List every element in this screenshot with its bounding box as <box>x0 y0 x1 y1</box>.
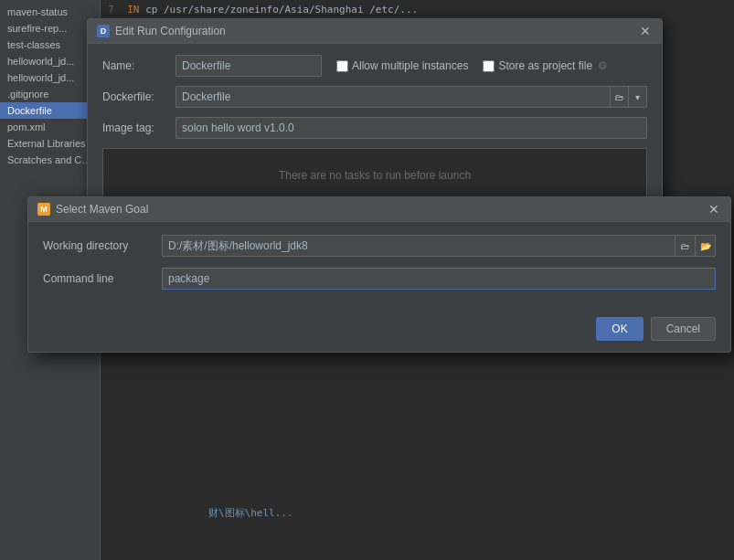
sidebar-item-pom[interactable]: pom.xml <box>0 119 100 135</box>
maven-title: M Select Maven Goal <box>37 203 148 216</box>
working-dir-folder-open-btn[interactable]: 📂 <box>695 236 715 256</box>
maven-footer: OK Cancel <box>28 310 730 352</box>
dockerfile-chevron-btn[interactable]: ▾ <box>628 87 646 107</box>
working-dir-folder-btn[interactable]: 🗁 <box>675 236 695 256</box>
dockerfile-input[interactable] <box>176 88 610 106</box>
dockerfile-select-wrapper: 🗁 ▾ <box>176 86 647 108</box>
working-dir-input[interactable] <box>163 237 675 255</box>
sidebar-item-dockerfile[interactable]: Dockerfile <box>0 102 100 119</box>
tasks-empty-area: There are no tasks to run before launch <box>102 148 647 203</box>
name-label: Name: <box>102 59 176 72</box>
allow-multiple-label[interactable]: Allow multiple instances <box>336 59 468 72</box>
imagetag-label: Image tag: <box>102 122 176 134</box>
sidebar-item-surefire[interactable]: surefire-rep... <box>0 20 100 37</box>
command-line-row: Command line <box>43 268 716 290</box>
run-config-close-icon[interactable]: ✕ <box>638 25 653 37</box>
sidebar-item-helloworld1[interactable]: helloworld_jd... <box>0 53 100 69</box>
sidebar-item-maven-status[interactable]: maven-status <box>0 4 100 20</box>
sidebar-item-gitignore[interactable]: .gitignore <box>0 86 100 102</box>
chevron-down-icon: ▾ <box>635 92 640 102</box>
dockerfile-row: Dockerfile: 🗁 ▾ <box>102 86 647 108</box>
sidebar-item-ext-libs[interactable]: External Libraries <box>0 135 100 152</box>
maven-body: Working directory 🗁 📂 Command line <box>28 222 730 310</box>
maven-dialog-icon: M <box>37 203 50 216</box>
run-config-title: D Edit Run Configuration <box>97 25 226 37</box>
sidebar-item-helloworld2[interactable]: helloworld_jd... <box>0 69 100 86</box>
maven-goal-dialog: M Select Maven Goal ✕ Working directory … <box>27 196 731 353</box>
allow-multiple-checkbox[interactable] <box>336 60 348 72</box>
working-dir-wrapper: 🗁 📂 <box>162 235 716 257</box>
settings-icon: ⚙ <box>598 59 608 72</box>
folder-icon: 🗁 <box>681 241 690 251</box>
command-line-label: Command line <box>43 272 162 285</box>
bottom-path-info: 财\图标\hell... <box>201 502 734 523</box>
maven-titlebar: M Select Maven Goal ✕ <box>28 197 730 222</box>
name-input[interactable] <box>176 55 322 77</box>
dockerfile-label: Dockerfile: <box>102 90 176 103</box>
working-dir-row: Working directory 🗁 📂 <box>43 235 716 257</box>
imagetag-input[interactable] <box>176 117 647 139</box>
store-project-checkbox[interactable] <box>483 60 495 72</box>
maven-close-icon[interactable]: ✕ <box>707 203 721 216</box>
dockerfile-folder-btn[interactable]: 🗁 <box>610 87 628 107</box>
maven-cancel-button[interactable]: Cancel <box>651 317 716 341</box>
sidebar-item-test-classes[interactable]: test-classes <box>0 37 100 53</box>
folder-icon: 🗁 <box>615 92 624 102</box>
run-config-body: Name: Allow multiple instances Store as … <box>88 44 662 214</box>
maven-ok-button[interactable]: OK <box>596 317 643 341</box>
working-dir-label: Working directory <box>43 239 162 252</box>
imagetag-row: Image tag: <box>102 117 647 139</box>
run-config-dialog-icon: D <box>97 25 110 37</box>
store-project-label[interactable]: Store as project file ⚙ <box>483 59 608 72</box>
run-config-titlebar: D Edit Run Configuration ✕ <box>88 19 662 44</box>
command-line-input[interactable] <box>162 268 716 290</box>
folder-open-icon: 📂 <box>700 241 711 251</box>
code-line: 7 IN cp /usr/share/zoneinfo/Asia/Shangha… <box>101 0 734 19</box>
sidebar-item-scratches[interactable]: Scratches and Cor... <box>0 152 100 168</box>
name-row: Name: Allow multiple instances Store as … <box>102 55 647 77</box>
